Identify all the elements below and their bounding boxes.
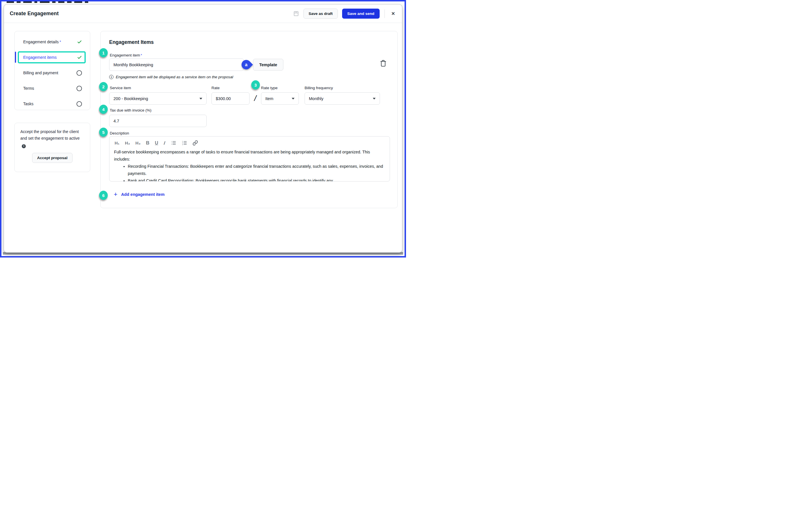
rate-separator: / bbox=[252, 92, 259, 105]
chevron-down-icon bbox=[199, 98, 202, 100]
background-page-strip bbox=[3, 252, 403, 255]
archive-icon[interactable] bbox=[293, 10, 299, 17]
header-divider bbox=[384, 9, 385, 18]
page-title: Create Engagement bbox=[10, 10, 59, 17]
billing-frequency-label: Billing frequency bbox=[304, 86, 333, 90]
trash-icon[interactable] bbox=[380, 60, 387, 68]
bold-button[interactable]: B bbox=[146, 140, 149, 146]
link-icon[interactable] bbox=[193, 140, 198, 146]
section-heading: Engagement Items bbox=[109, 39, 154, 45]
accept-proposal-button[interactable]: Accept proposal bbox=[32, 153, 73, 163]
info-icon: i bbox=[109, 75, 113, 79]
editor-toolbar: H₁ H₂ H₃ B U I 1 bbox=[110, 136, 390, 146]
rate-type-select[interactable]: Item bbox=[261, 92, 299, 105]
header-actions: Save as draft Save and send ✕ bbox=[293, 8, 397, 19]
tax-label: Tax due with invoice (%) bbox=[110, 108, 151, 112]
heading1-button[interactable]: H₁ bbox=[115, 140, 119, 146]
billing-frequency-select[interactable]: Monthly bbox=[304, 92, 380, 105]
engagement-items-panel: Engagement Items 1 2 3 4 5 6 a Engagemen… bbox=[100, 31, 398, 208]
info-icon[interactable]: i bbox=[22, 144, 26, 148]
rate-type-value: Item bbox=[265, 96, 273, 101]
underline-button[interactable]: U bbox=[155, 140, 158, 146]
accept-proposal-card: Accept the proposal for the client and s… bbox=[14, 123, 90, 172]
save-and-send-button[interactable]: Save and send bbox=[342, 8, 380, 19]
annotation-badge-1: 1 bbox=[99, 48, 108, 57]
annotation-badge-6: 6 bbox=[99, 191, 108, 200]
sidebar-item-billing-and-payment[interactable]: Billing and payment bbox=[14, 65, 90, 81]
steps-nav-card: Engagement details* Engagement items Bil… bbox=[14, 31, 90, 110]
engagement-item-input[interactable] bbox=[109, 58, 244, 71]
description-bullet: Bank and Credit Card Reconciliation: Boo… bbox=[128, 177, 384, 182]
svg-text:3: 3 bbox=[182, 144, 183, 145]
rate-type-label: Rate type bbox=[261, 86, 278, 90]
plus-icon: + bbox=[114, 191, 117, 197]
chevron-down-icon bbox=[292, 98, 294, 100]
add-engagement-item-button[interactable]: + Add engagement item bbox=[114, 191, 165, 197]
service-item-label: Service item bbox=[110, 86, 131, 90]
tax-input[interactable] bbox=[109, 115, 207, 127]
service-item-value: 200 - Bookkeeping bbox=[113, 96, 148, 101]
annotation-badge-4: 4 bbox=[99, 105, 108, 114]
steps-nav-list: Engagement details* Engagement items Bil… bbox=[14, 31, 90, 110]
heading3-button[interactable]: H₃ bbox=[136, 140, 141, 146]
create-engagement-modal: Create Engagement Save as draft Save and… bbox=[4, 5, 402, 252]
engagement-item-label: Engagement item* bbox=[110, 53, 142, 57]
step-circle-icon bbox=[77, 101, 82, 107]
description-editor[interactable]: H₁ H₂ H₃ B U I 1 bbox=[109, 136, 390, 182]
description-bullet-list: Recording Financial Transactions: Bookke… bbox=[114, 163, 384, 182]
check-icon bbox=[77, 55, 82, 60]
description-label: Description bbox=[110, 131, 129, 135]
ordered-list-icon[interactable]: 1 2 3 bbox=[182, 140, 187, 146]
description-bullet: Recording Financial Transactions: Bookke… bbox=[128, 163, 384, 177]
heading2-button[interactable]: H₂ bbox=[125, 140, 130, 146]
rate-input[interactable] bbox=[211, 92, 250, 105]
background-clipped-text bbox=[3, 1, 204, 3]
italic-button[interactable]: I bbox=[163, 140, 166, 146]
required-asterisk: * bbox=[60, 39, 61, 44]
bullet-list-icon[interactable] bbox=[171, 140, 176, 146]
sidebar-item-engagement-details[interactable]: Engagement details* bbox=[14, 34, 90, 50]
accept-proposal-text: Accept the proposal for the client and s… bbox=[20, 129, 84, 148]
sidebar-item-label: Billing and payment bbox=[23, 71, 58, 75]
step-circle-icon bbox=[77, 70, 82, 76]
sidebar-item-terms[interactable]: Terms bbox=[14, 81, 90, 96]
rate-label: Rate bbox=[211, 86, 220, 90]
screenshot-frame: Create Engagement Save as draft Save and… bbox=[0, 0, 406, 258]
chevron-down-icon bbox=[373, 98, 376, 100]
billing-frequency-value: Monthly bbox=[309, 96, 323, 101]
required-asterisk: * bbox=[141, 53, 142, 57]
save-as-draft-button[interactable]: Save as draft bbox=[303, 8, 338, 19]
description-text[interactable]: Full-service bookkeeping encompasses a r… bbox=[110, 146, 390, 182]
template-button[interactable]: Template bbox=[253, 59, 283, 71]
active-step-indicator bbox=[15, 52, 16, 63]
service-item-select[interactable]: 200 - Bookkeeping bbox=[109, 92, 207, 105]
sidebar-item-label: Terms bbox=[23, 86, 34, 90]
sidebar-item-engagement-items[interactable]: Engagement items bbox=[14, 50, 90, 65]
info-note-text: Engagement item will be displayed as a s… bbox=[116, 75, 233, 79]
close-icon[interactable]: ✕ bbox=[390, 10, 397, 18]
sidebar-item-label: Engagement items bbox=[23, 55, 57, 60]
add-engagement-item-label: Add engagement item bbox=[121, 192, 165, 197]
check-icon bbox=[77, 39, 82, 45]
annotation-badge-3: 3 bbox=[251, 80, 260, 89]
description-paragraph: Full-service bookkeeping encompasses a r… bbox=[114, 148, 384, 163]
sidebar-item-label: Engagement details bbox=[23, 39, 59, 44]
step-circle-icon bbox=[77, 86, 82, 91]
annotation-badge-2: 2 bbox=[99, 82, 108, 91]
modal-header: Create Engagement Save as draft Save and… bbox=[4, 5, 402, 23]
info-note: i Engagement item will be displayed as a… bbox=[109, 75, 233, 79]
sidebar-item-label: Tasks bbox=[23, 102, 33, 106]
sidebar-item-tasks[interactable]: Tasks bbox=[14, 96, 90, 112]
annotation-badge-5: 5 bbox=[99, 128, 108, 137]
